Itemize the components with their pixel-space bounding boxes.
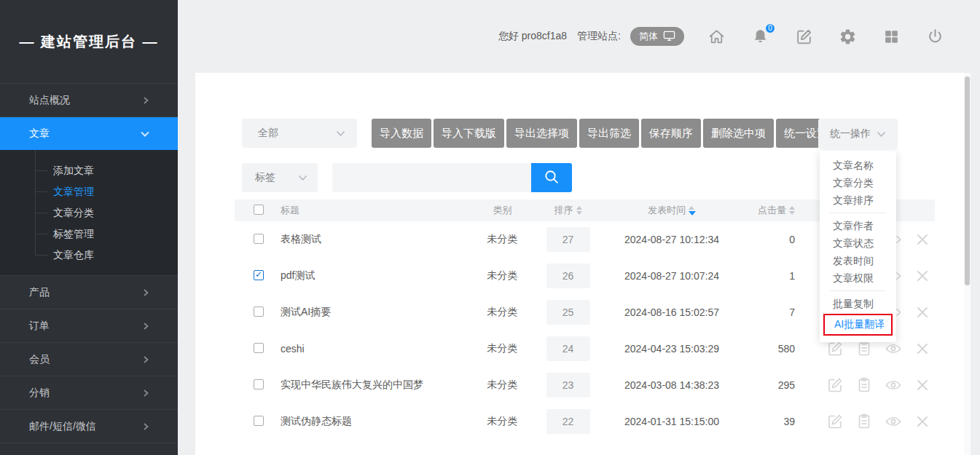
edit-icon[interactable] xyxy=(826,340,844,357)
publish-time: 2024-08-27 10:07:24 xyxy=(606,270,737,282)
menu-item-article-order[interactable]: 文章排序 xyxy=(820,191,896,209)
copy-icon[interactable] xyxy=(855,413,873,430)
search-button[interactable] xyxy=(531,163,572,192)
order-input[interactable]: 23 xyxy=(546,373,590,397)
row-checkbox[interactable] xyxy=(254,234,264,244)
click-count: 0 xyxy=(737,234,799,245)
notifications-icon[interactable]: 0 xyxy=(751,28,769,46)
order-input[interactable]: 25 xyxy=(546,300,590,325)
order-input[interactable]: 27 xyxy=(546,227,590,252)
copy-icon[interactable] xyxy=(855,340,873,357)
row-checkbox[interactable] xyxy=(254,270,264,280)
copy-icon[interactable] xyxy=(855,376,873,394)
search-input[interactable] xyxy=(332,163,531,192)
sidebar-item-orders[interactable]: 订单 xyxy=(0,309,178,343)
search-bar xyxy=(332,163,572,192)
chevron-right-icon xyxy=(141,322,150,331)
table-row: 实现中华民族伟大复兴的中国梦 未分类 23 2024-03-08 14:38:2… xyxy=(235,367,935,403)
app-logo: — 建站管理后台 — xyxy=(0,0,178,84)
search-field-value: 标签 xyxy=(255,171,275,184)
batch-operation-menu: 文章名称 文章分类 文章排序 文章作者 文章状态 发表时间 文章权限 批量复制 … xyxy=(820,151,896,342)
select-all-checkbox[interactable] xyxy=(254,205,264,215)
delete-icon[interactable] xyxy=(914,231,931,248)
app-title: — 建站管理后台 — xyxy=(19,32,158,52)
topbar-icons: 0 xyxy=(707,28,944,46)
menu-item-batch-copy[interactable]: 批量复制 xyxy=(820,295,896,312)
delete-icon[interactable] xyxy=(914,267,931,285)
submenu-item-article-category[interactable]: 文章分类 xyxy=(0,202,178,223)
vertical-scrollbar[interactable] xyxy=(964,73,971,455)
apps-grid-icon[interactable] xyxy=(882,28,901,46)
submenu-item-add-article[interactable]: 添加文章 xyxy=(0,160,178,181)
view-icon[interactable] xyxy=(885,413,902,430)
export-selected-button[interactable]: 导出选择项 xyxy=(506,119,577,148)
delete-icon[interactable] xyxy=(914,340,931,357)
chevron-down-icon xyxy=(298,172,307,183)
order-input[interactable]: 22 xyxy=(546,409,590,434)
submenu-item-article-management[interactable]: 文章管理 xyxy=(0,181,178,202)
publish-time: 2024-01-31 15:15:00 xyxy=(606,416,737,427)
sort-control-clicks[interactable]: 点击量 xyxy=(737,204,795,217)
row-checkbox[interactable] xyxy=(254,379,264,389)
menu-divider xyxy=(830,290,886,291)
menu-item-article-name[interactable]: 文章名称 xyxy=(820,157,896,174)
delete-icon[interactable] xyxy=(914,413,931,430)
chevron-right-icon xyxy=(141,96,150,105)
menu-item-article-author[interactable]: 文章作者 xyxy=(820,217,896,234)
delete-selected-button[interactable]: 删除选中项 xyxy=(703,119,774,148)
topbar: 您好 pro8cf1a8 管理站点: 简体 0 xyxy=(178,0,980,73)
view-icon[interactable] xyxy=(885,340,902,357)
export-filtered-button[interactable]: 导出筛选 xyxy=(579,119,639,148)
menu-item-publish-time[interactable]: 发表时间 xyxy=(820,252,896,269)
edit-icon[interactable] xyxy=(826,413,844,430)
sidebar-item-distribution[interactable]: 分销 xyxy=(0,376,178,410)
menu-item-article-status[interactable]: 文章状态 xyxy=(820,234,896,252)
settings-icon[interactable] xyxy=(839,28,857,46)
row-checkbox[interactable] xyxy=(254,306,264,317)
menu-item-article-category[interactable]: 文章分类 xyxy=(820,174,896,191)
sidebar-item-mail-sms-wechat[interactable]: 邮件/短信/微信 xyxy=(0,410,178,443)
sidebar-item-members[interactable]: 会员 xyxy=(0,343,178,376)
admin-app: — 建站管理后台 — 站点概况 文章 添加文章 文章管理 文章分类 标签管理 文… xyxy=(0,0,980,455)
search-field-select[interactable]: 标签 xyxy=(242,163,318,192)
menu-divider xyxy=(830,213,886,213)
search-icon xyxy=(543,168,560,188)
sidebar-item-site-overview[interactable]: 站点概况 xyxy=(0,84,178,117)
delete-icon[interactable] xyxy=(914,304,931,321)
power-icon[interactable] xyxy=(926,28,944,46)
sidebar-item-products[interactable]: 产品 xyxy=(0,276,178,309)
category-filter-select[interactable]: 全部 xyxy=(242,119,357,148)
chevron-down-icon xyxy=(877,128,886,140)
submenu-item-tag-management[interactable]: 标签管理 xyxy=(0,223,178,245)
edit-icon[interactable] xyxy=(826,376,844,394)
order-input[interactable]: 26 xyxy=(546,264,590,288)
article-title: 实现中华民族伟大复兴的中国梦 xyxy=(281,379,475,392)
sidebar-item-articles[interactable]: 文章 xyxy=(0,117,178,150)
article-category: 未分类 xyxy=(475,269,530,282)
notification-badge: 0 xyxy=(764,23,776,34)
order-input[interactable]: 24 xyxy=(546,336,590,361)
batch-operation-label: 统一操作 xyxy=(830,127,871,141)
compose-icon[interactable] xyxy=(795,28,813,46)
view-icon[interactable] xyxy=(885,376,902,394)
save-order-button[interactable]: 保存顺序 xyxy=(641,119,701,148)
language-switch[interactable]: 简体 xyxy=(630,27,684,46)
row-checkbox[interactable] xyxy=(254,343,264,353)
batch-operation-dropdown[interactable]: 统一操作 xyxy=(818,119,898,149)
publish-time: 2024-03-08 14:38:23 xyxy=(606,379,737,391)
submenu-item-article-repository[interactable]: 文章仓库 xyxy=(0,245,178,266)
home-icon[interactable] xyxy=(707,28,726,46)
scrollbar-thumb[interactable] xyxy=(965,76,970,285)
import-data-button[interactable]: 导入数据 xyxy=(372,119,431,148)
sort-control-published[interactable]: 发表时间 xyxy=(606,204,737,217)
menu-item-ai-batch-translate[interactable]: AI批量翻译 xyxy=(825,318,885,331)
chevron-right-icon xyxy=(141,389,150,397)
delete-icon[interactable] xyxy=(914,376,931,394)
menu-item-article-permission[interactable]: 文章权限 xyxy=(820,269,896,287)
import-download-version-button[interactable]: 导入下载版 xyxy=(434,119,504,148)
chevron-down-icon xyxy=(336,127,345,139)
chevron-right-icon xyxy=(141,288,150,297)
row-checkbox[interactable] xyxy=(254,416,264,426)
column-header-title: 标题 xyxy=(281,204,475,217)
sort-control-order[interactable]: 排序 xyxy=(530,204,606,217)
